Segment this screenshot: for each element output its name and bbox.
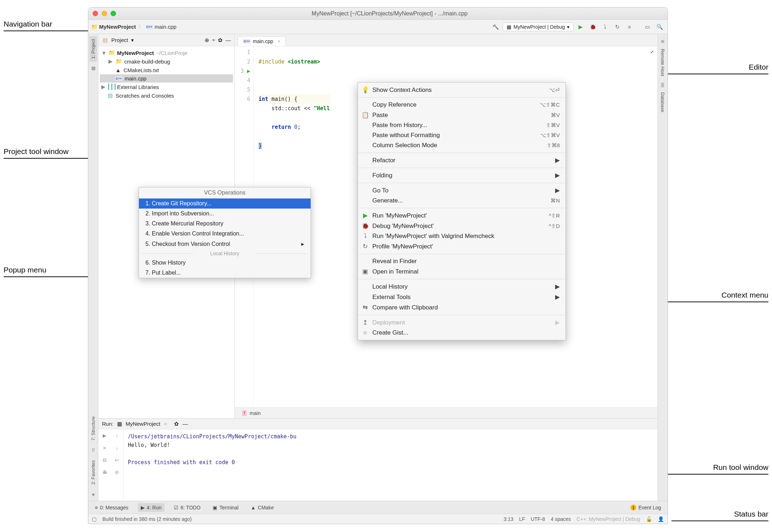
context-item[interactable]: ⤵Run 'MyNewProject' with Valgrind Memche… [358, 231, 566, 241]
context-item[interactable]: ▣Open in Terminal [358, 266, 566, 277]
close-tab-icon[interactable]: × [278, 38, 280, 44]
collapse-icon[interactable]: ÷ [212, 37, 215, 43]
tool-tab-structure[interactable]: 7: Structure [89, 414, 97, 443]
close-button[interactable]: ⊘ [111, 466, 124, 478]
search-button[interactable]: 🔍 [655, 22, 665, 32]
popup-item-checkout-vcs[interactable]: 5. Checkout from Version Control▸ [139, 239, 311, 249]
target-icon[interactable]: ⊕ [205, 37, 209, 43]
context-item: ↥Deployment▶ [358, 317, 566, 328]
tool-tab-favorites[interactable]: 2: Favorites [89, 457, 97, 487]
popup-item-put-label[interactable]: 7. Put Label... [139, 268, 311, 278]
up-button[interactable]: ↑ [111, 429, 124, 442]
profile-button[interactable]: ↻ [612, 22, 622, 32]
context-item[interactable]: Generate...⌘N [358, 196, 566, 206]
print-button[interactable]: 🖶 [98, 466, 111, 478]
editor-tab-main-cpp[interactable]: C++ main.cpp × [238, 36, 286, 46]
tree-item-cmakelists[interactable]: ▲ CMakeLists.txt [100, 66, 233, 74]
gear-icon[interactable]: ✿ [218, 37, 223, 43]
rerun-button[interactable]: ▶ [98, 429, 111, 442]
context-item-shortcut: ⇧⌘V [546, 122, 560, 129]
status-indent[interactable]: 4 spaces [551, 516, 571, 522]
inspection-ok-icon[interactable]: ✔ [651, 48, 654, 55]
valgrind-button[interactable]: ⤵ [600, 22, 610, 32]
tool-tab-terminal[interactable]: ▣Terminal [210, 503, 241, 512]
breadcrumb-root[interactable]: MyNewProject [99, 24, 136, 30]
down-button[interactable]: ↓ [111, 442, 124, 454]
context-item[interactable]: ▶Run 'MyNewProject'^⇧R [358, 210, 566, 221]
stop-run-button[interactable]: ■ [98, 442, 111, 454]
context-item[interactable]: Column Selection Mode⇧⌘8 [358, 140, 566, 150]
context-item[interactable]: Paste from History...⇧⌘V [358, 120, 566, 130]
close-button[interactable] [93, 11, 98, 16]
stop-button[interactable]: ■ [624, 22, 634, 32]
context-item[interactable]: Refactor▶ [358, 155, 566, 165]
tool-tab-project[interactable]: 1: Project [89, 36, 97, 62]
status-line-ending[interactable]: LF [519, 516, 525, 522]
hide-icon[interactable]: — [182, 421, 188, 427]
tool-tab-cmake[interactable]: ▲CMake [248, 503, 276, 512]
breadcrumb[interactable]: 📁 MyNewProject 〉 C++ main.cpp [91, 23, 176, 30]
context-item[interactable]: Folding▶ [358, 170, 566, 181]
run-gutter-icon[interactable]: ▶ [247, 68, 250, 74]
context-item[interactable]: Local History▶ [358, 281, 566, 292]
gear-icon[interactable]: ✿ [174, 421, 179, 427]
debug-button[interactable]: 🐞 [588, 22, 598, 32]
chevron-down-icon[interactable]: ▾ [131, 37, 134, 43]
project-tree[interactable]: ▼ 📁 MyNewProject ~/CLionProje ▶ 📁 cmake-… [98, 46, 234, 102]
layout-button[interactable]: ▭ [642, 22, 652, 32]
context-item[interactable]: ○Create Gist... [358, 328, 566, 338]
tree-item-external-libraries[interactable]: ▶ ┃┃┃ External Libraries [100, 83, 233, 91]
expand-icon[interactable]: ▶ [108, 58, 113, 65]
status-encoding[interactable]: UTF-8 [531, 516, 545, 522]
context-item[interactable]: Paste without Formatting⌥⇧⌘V [358, 130, 566, 140]
popup-item-enable-vcs[interactable]: 4. Enable Version Control Integration... [139, 229, 311, 239]
tree-item-main-cpp[interactable]: C++ main.cpp [100, 74, 233, 83]
tree-item-scratches[interactable]: ▤ Scratches and Consoles [100, 91, 233, 100]
line-number: 4 [235, 76, 250, 85]
expand-icon[interactable]: ▶ [101, 84, 106, 90]
close-run-tab-icon[interactable]: × [164, 421, 167, 427]
build-icon[interactable]: 🔨 [490, 22, 501, 32]
maximize-button[interactable] [111, 11, 116, 16]
hide-icon[interactable]: — [225, 37, 231, 43]
run-output[interactable]: /Users/jetbrains/CLionProjects/MyNewProj… [124, 429, 657, 501]
context-item[interactable]: External Tools▶ [358, 292, 566, 302]
toolwindow-toggle-icon[interactable]: ▢ [92, 516, 97, 522]
popup-item-create-hg[interactable]: 3. Create Mercurial Repository [139, 219, 311, 229]
run-config-selector[interactable]: ▦ MyNewProject | Debug ▾ [503, 23, 573, 31]
layout-button[interactable]: ⊟ [98, 454, 111, 466]
tool-tab-messages[interactable]: ≡0: Messages [92, 503, 131, 512]
inspector-icon[interactable]: 👤 [658, 516, 664, 522]
project-header-label[interactable]: Project [111, 37, 128, 43]
status-context[interactable]: C++: MyNewProject | Debug [577, 516, 640, 522]
context-item[interactable]: Go To▶ [358, 185, 566, 196]
breadcrumb-file[interactable]: main.cpp [155, 24, 177, 30]
tool-tab-todo[interactable]: ☑6: TODO [171, 503, 204, 512]
editor-breadcrumb-main[interactable]: main [250, 410, 260, 416]
tool-tab-remote-host[interactable]: Remote Host [659, 46, 666, 79]
minimize-button[interactable] [102, 11, 107, 16]
context-item[interactable]: Reveal in Finder [358, 256, 566, 266]
context-item[interactable]: 📋Paste⌘V [358, 110, 566, 120]
run-header-config[interactable]: MyNewProject [126, 421, 161, 427]
tree-root[interactable]: ▼ 📁 MyNewProject ~/CLionProje [100, 48, 233, 57]
popup-item-create-git[interactable]: 1. Create Git Repository... [139, 199, 311, 209]
tree-item-cmake-build[interactable]: ▶ 📁 cmake-build-debug [100, 57, 233, 66]
context-item[interactable]: 🐞Debug 'MyNewProject'^⇧D [358, 221, 566, 231]
expand-icon[interactable]: ▼ [101, 50, 106, 56]
tool-tab-run[interactable]: ▶4: Run [138, 503, 164, 512]
context-item[interactable]: 💡Show Context Actions⌥⏎ [358, 85, 566, 95]
context-item[interactable]: Copy Reference⌥⇧⌘C [358, 100, 566, 110]
popup-item-show-history[interactable]: 6. Show History [139, 258, 311, 268]
context-item[interactable]: ⇆Compare with Clipboard [358, 302, 566, 313]
context-item[interactable]: ↻Profile 'MyNewProject' [358, 241, 566, 252]
wrap-button[interactable]: ↩ [111, 454, 124, 466]
status-caret-pos[interactable]: 3:13 [504, 516, 513, 522]
context-item-shortcut: ^⇧R [549, 213, 560, 219]
run-button[interactable]: ▶ [576, 22, 586, 32]
lock-icon[interactable]: 🔓 [646, 516, 652, 522]
context-item-label: Paste from History... [372, 122, 543, 129]
tool-tab-event-log[interactable]: 1 Event Log [628, 503, 664, 512]
popup-item-import-svn[interactable]: 2. Import into Subversion... [139, 209, 311, 219]
tool-tab-database[interactable]: Database [659, 89, 666, 115]
